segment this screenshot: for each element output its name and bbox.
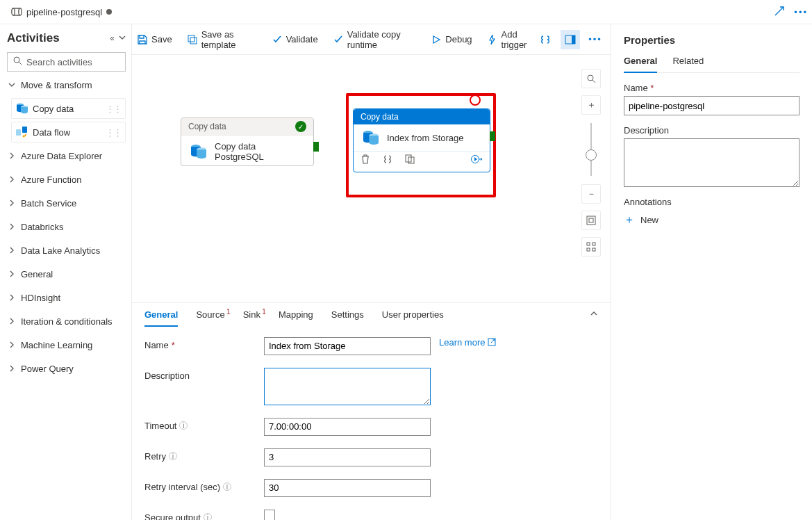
tab-source[interactable]: Source1: [196, 309, 224, 320]
learn-more-link[interactable]: Learn more: [439, 337, 496, 348]
zoom-find-button[interactable]: [581, 69, 601, 88]
prop-name-input[interactable]: [624, 96, 799, 115]
category-item[interactable]: HDInsight: [7, 287, 126, 308]
settings-tabs: General Source1 Sink1 Mapping Settings U…: [132, 303, 611, 326]
chevron-right-icon: [7, 365, 17, 372]
secure-output-label: Secure output i: [144, 510, 256, 520]
validate-label: Validate: [286, 34, 318, 44]
zoom-in-button[interactable]: ＋: [581, 95, 601, 115]
category-item[interactable]: Iteration & conditionals: [7, 311, 126, 332]
prop-tab-general[interactable]: General: [624, 56, 657, 73]
info-icon: i: [179, 421, 188, 430]
highlight-box: Copy data Index from Storage: [346, 93, 496, 197]
pipeline-tab[interactable]: pipeline-postgresql: [4, 0, 119, 24]
secure-output-checkbox[interactable]: [264, 510, 275, 520]
category-item[interactable]: General: [7, 263, 126, 284]
expand-icon[interactable]: [774, 6, 784, 18]
add-trigger-button[interactable]: Add trigger: [488, 29, 536, 50]
activity-data-flow[interactable]: Data flow ⋮⋮: [11, 122, 126, 143]
tab-sink[interactable]: Sink1: [243, 309, 260, 320]
save-template-button[interactable]: Save as template: [188, 29, 257, 50]
chevron-down-icon: [7, 81, 17, 88]
drag-handle-icon[interactable]: ⋮⋮: [106, 127, 121, 138]
database-icon: [362, 130, 380, 145]
collapse-panel-button[interactable]: [590, 309, 598, 320]
retry-label: Retry i: [144, 448, 256, 462]
prop-description-input[interactable]: [624, 138, 799, 187]
properties-tabs: General Related: [624, 56, 799, 73]
more-icon[interactable]: •••: [794, 7, 808, 17]
save-button[interactable]: Save: [138, 34, 172, 44]
toolbar-more-button[interactable]: •••: [586, 30, 605, 49]
code-icon[interactable]: [383, 154, 392, 166]
activity-node-index-storage[interactable]: Copy data Index from Storage: [353, 108, 490, 172]
pipeline-canvas[interactable]: Copy data✓ Copy data PostgreSQL Copy dat…: [132, 55, 611, 302]
category-item[interactable]: Azure Data Explorer: [7, 145, 126, 166]
zoom-slider-knob[interactable]: [586, 149, 597, 161]
badge: 1: [262, 308, 266, 316]
tab-mapping[interactable]: Mapping: [279, 309, 313, 320]
validate-button[interactable]: Validate: [272, 34, 318, 44]
new-annotation-button[interactable]: ＋ New: [624, 213, 799, 227]
category-item[interactable]: Databricks: [7, 216, 126, 237]
chevron-right-icon: [7, 200, 17, 206]
activity-node-copy-postgresql[interactable]: Copy data✓ Copy data PostgreSQL: [181, 117, 314, 166]
tab-settings[interactable]: Settings: [331, 309, 364, 320]
zoom-out-button[interactable]: －: [581, 184, 601, 204]
run-icon[interactable]: [470, 154, 483, 166]
delete-icon[interactable]: [361, 154, 370, 166]
pipeline-tab-title: pipeline-postgresql: [26, 7, 102, 17]
prop-description-label: Description: [624, 125, 799, 136]
name-label: Name *: [144, 337, 256, 350]
description-input[interactable]: [264, 368, 431, 405]
svg-point-0: [12, 8, 15, 15]
save-icon: [138, 35, 147, 44]
category-label: Databricks: [21, 222, 63, 232]
tab-user-properties[interactable]: User properties: [382, 309, 444, 320]
category-item[interactable]: Power Query: [7, 358, 126, 379]
zoom-slider[interactable]: [590, 123, 592, 176]
category-move-transform[interactable]: Move & transform: [7, 74, 126, 95]
add-trigger-label: Add trigger: [502, 29, 536, 50]
search-activities-input[interactable]: Search activities: [7, 52, 126, 72]
collapse-left-icon[interactable]: «: [110, 33, 115, 43]
properties-toggle-button[interactable]: [561, 30, 580, 49]
dirty-indicator-icon: [106, 9, 112, 15]
success-icon: ✓: [295, 121, 306, 132]
layout-button[interactable]: [581, 237, 601, 257]
drag-handle-icon[interactable]: ⋮⋮: [106, 104, 121, 114]
description-label: Description: [144, 368, 256, 381]
category-item[interactable]: Batch Service: [7, 193, 126, 213]
general-form: Name * Learn more Description Timeout i …: [132, 326, 611, 520]
category-label: Azure Function: [21, 174, 81, 185]
output-port[interactable]: [490, 131, 495, 141]
category-item[interactable]: Machine Learning: [7, 334, 126, 355]
activity-copy-data[interactable]: Copy data ⋮⋮: [11, 98, 126, 119]
category-label: Batch Service: [21, 198, 76, 209]
prop-tab-related[interactable]: Related: [672, 56, 704, 72]
output-port[interactable]: [313, 142, 319, 152]
svg-rect-8: [188, 35, 194, 42]
code-view-button[interactable]: [536, 30, 555, 49]
tab-general[interactable]: General: [144, 309, 178, 320]
database-icon: [190, 144, 208, 159]
category-label: Data Lake Analytics: [21, 245, 100, 256]
debug-button[interactable]: Debug: [431, 34, 472, 44]
fit-screen-button[interactable]: [581, 211, 601, 230]
save-template-label: Save as template: [201, 29, 257, 50]
name-input[interactable]: [264, 337, 431, 355]
chevron-right-icon: [7, 341, 17, 348]
category-label: Iteration & conditionals: [21, 316, 113, 327]
category-item[interactable]: Data Lake Analytics: [7, 240, 126, 261]
timeout-input[interactable]: [264, 418, 431, 436]
category-item[interactable]: Azure Function: [7, 169, 126, 190]
svg-rect-25: [593, 248, 595, 251]
chevron-down-icon[interactable]: [119, 33, 126, 43]
node-type-label: Copy data: [361, 112, 399, 122]
new-label: New: [640, 215, 658, 225]
retry-interval-input[interactable]: [264, 479, 431, 497]
activity-label: Copy data: [33, 104, 74, 114]
retry-input[interactable]: [264, 448, 431, 466]
copy-icon[interactable]: [405, 154, 415, 166]
validate-copy-button[interactable]: Validate copy runtime: [333, 29, 417, 50]
